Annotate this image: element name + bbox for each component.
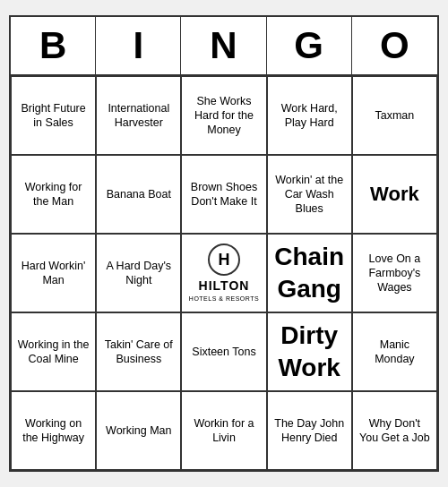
bingo-cell: Manic Monday — [352, 312, 437, 391]
bingo-cell: Work Hard, Play Hard — [267, 76, 352, 155]
bingo-cell: Love On a Farmboy's Wages — [352, 234, 437, 312]
bingo-cell: Chain Gang — [267, 234, 352, 312]
bingo-letter: G — [267, 17, 352, 74]
bingo-grid: Bright Future in SalesInternational Harv… — [11, 76, 437, 470]
bingo-cell: Working on the Highway — [11, 391, 96, 470]
bingo-cell: Workin' at the Car Wash Blues — [267, 155, 352, 234]
bingo-cell: She Works Hard for the Money — [181, 76, 266, 155]
bingo-cell: The Day John Henry Died — [267, 391, 352, 470]
bingo-card: BINGO Bright Future in SalesInternationa… — [9, 15, 439, 472]
bingo-cell: Working Man — [96, 391, 181, 470]
bingo-cell: Banana Boat — [96, 155, 181, 234]
hilton-name: HILTON — [199, 278, 250, 294]
bingo-cell: Brown Shoes Don't Make It — [181, 155, 266, 234]
bingo-letter: I — [96, 17, 181, 74]
bingo-cell: Takin' Care of Business — [96, 312, 181, 391]
bingo-cell: H HILTON HOTELS & RESORTS — [181, 234, 266, 312]
bingo-cell: Working for the Man — [11, 155, 96, 234]
bingo-header: BINGO — [11, 17, 437, 76]
bingo-cell: Hard Workin' Man — [11, 234, 96, 312]
bingo-letter: B — [11, 17, 96, 74]
hilton-logo: H HILTON HOTELS & RESORTS — [189, 244, 259, 302]
bingo-cell: Why Don't You Get a Job — [352, 391, 437, 470]
bingo-cell: Workin for a Livin — [181, 391, 266, 470]
hilton-icon: H — [208, 244, 240, 276]
bingo-cell: A Hard Day's Night — [96, 234, 181, 312]
bingo-cell: Work — [352, 155, 437, 234]
bingo-cell: Sixteen Tons — [181, 312, 266, 391]
bingo-cell: Working in the Coal Mine — [11, 312, 96, 391]
hilton-sub: HOTELS & RESORTS — [189, 295, 259, 303]
bingo-cell: International Harvester — [96, 76, 181, 155]
bingo-letter: O — [352, 17, 437, 74]
bingo-letter: N — [181, 17, 266, 74]
bingo-cell: Dirty Work — [267, 312, 352, 391]
bingo-cell: Bright Future in Sales — [11, 76, 96, 155]
bingo-cell: Taxman — [352, 76, 437, 155]
